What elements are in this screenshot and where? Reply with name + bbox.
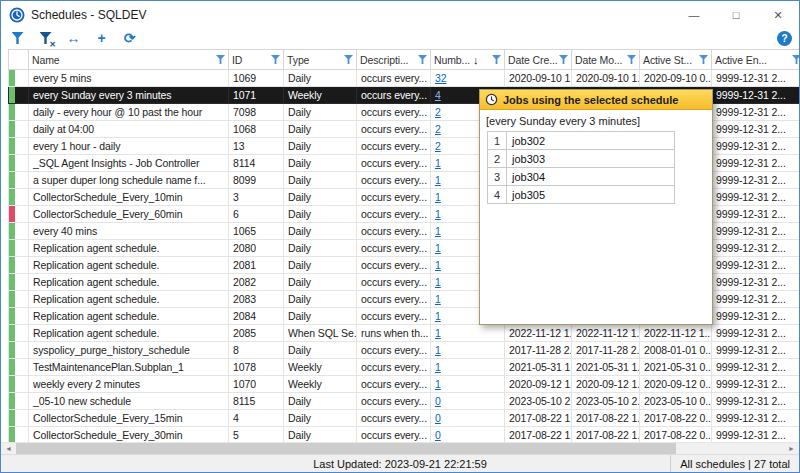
column-filter-icon[interactable] bbox=[344, 55, 353, 64]
row-status-indicator bbox=[9, 410, 29, 427]
schedule-row[interactable]: every 5 mins1069Dailyoccurs every...3220… bbox=[9, 70, 800, 87]
jobs-count-link[interactable]: 1 bbox=[435, 361, 441, 373]
app-clock-icon bbox=[9, 7, 25, 23]
jobs-count-link[interactable]: 1 bbox=[435, 293, 441, 305]
column-filter-icon[interactable] bbox=[492, 55, 501, 64]
jobs-count-link[interactable]: 1 bbox=[435, 378, 441, 390]
jobs-count-link[interactable]: 1 bbox=[435, 225, 441, 237]
schedule-name-cell: a super duper long schedule name f... bbox=[29, 172, 229, 189]
schedule-row[interactable]: CollectorSchedule_Every_30min5Dailyoccur… bbox=[9, 427, 800, 443]
jobs-popup-header: Jobs using the selected schedule bbox=[480, 90, 712, 110]
schedule-row[interactable]: CollectorSchedule_Every_15min4Dailyoccur… bbox=[9, 410, 800, 427]
active-start-cell: 2023-05-10 0... bbox=[640, 393, 712, 410]
column-filter-icon[interactable] bbox=[792, 55, 799, 64]
column-label: Date Mo... bbox=[575, 54, 622, 66]
schedule-name-cell: Replication agent schedule. bbox=[29, 240, 229, 257]
schedule-description-cell: occurs every... bbox=[357, 121, 431, 138]
status-bar-green bbox=[9, 257, 15, 273]
active-end-cell: 9999-12-31 2... bbox=[712, 274, 800, 291]
active-end-cell: 9999-12-31 2... bbox=[712, 87, 800, 104]
schedule-id-cell: 6 bbox=[229, 206, 284, 223]
schedule-id-cell: 1068 bbox=[229, 121, 284, 138]
jobs-count-link[interactable]: 1 bbox=[435, 344, 441, 356]
schedule-id-cell: 1065 bbox=[229, 223, 284, 240]
column-header-created[interactable]: Date Cre... bbox=[505, 50, 572, 70]
scroll-right-arrow-icon[interactable]: ► bbox=[784, 443, 799, 454]
schedule-row[interactable]: TestMaintenancePlan.Subplan_11078Weeklyo… bbox=[9, 359, 800, 376]
schedule-id-cell: 8099 bbox=[229, 172, 284, 189]
jobs-count-link[interactable]: 0 bbox=[435, 412, 441, 424]
active-start-cell: 2020-09-12 0... bbox=[640, 376, 712, 393]
row-status-indicator bbox=[9, 393, 29, 410]
column-filter-icon[interactable] bbox=[699, 55, 708, 64]
schedule-row[interactable]: weekly every 2 minutes1070Weeklyoccurs e… bbox=[9, 376, 800, 393]
jobs-count-link[interactable]: 0 bbox=[435, 429, 441, 441]
column-header-start[interactable]: Active St... bbox=[640, 50, 712, 70]
column-filter-icon[interactable] bbox=[559, 55, 568, 64]
jobs-count-link[interactable]: 2 bbox=[435, 123, 441, 135]
schedule-row[interactable]: syspolicy_purge_history_schedule8Dailyoc… bbox=[9, 342, 800, 359]
scrollbar-thumb[interactable] bbox=[16, 443, 676, 454]
column-header-jobs[interactable]: Numb...↓ bbox=[431, 50, 505, 70]
column-header-id[interactable]: ID bbox=[229, 50, 284, 70]
active-end-cell: 9999-12-31 2... bbox=[712, 342, 800, 359]
column-label: Active En... bbox=[715, 54, 767, 66]
jobs-count-link[interactable]: 1 bbox=[435, 276, 441, 288]
jobs-count-link[interactable]: 1 bbox=[435, 208, 441, 220]
add-schedule-icon[interactable]: + bbox=[93, 30, 110, 46]
jobs-count-link[interactable]: 0 bbox=[435, 395, 441, 407]
column-filter-icon[interactable] bbox=[271, 55, 280, 64]
active-end-cell: 9999-12-31 2... bbox=[712, 376, 800, 393]
jobs-count-link[interactable]: 1 bbox=[435, 157, 441, 169]
clear-filter-icon[interactable]: ✕ bbox=[37, 30, 54, 46]
date-modified-cell: 2021-05-31 1... bbox=[572, 359, 640, 376]
schedule-row[interactable]: _05-10 new schedule8115Dailyoccurs every… bbox=[9, 393, 800, 410]
column-filter-icon[interactable] bbox=[216, 55, 225, 64]
schedule-id-cell: 8115 bbox=[229, 393, 284, 410]
jobs-count-link[interactable]: 1 bbox=[435, 242, 441, 254]
status-bar-green bbox=[9, 274, 15, 290]
scrollbar-track[interactable] bbox=[16, 443, 784, 454]
active-end-cell: 9999-12-31 2... bbox=[712, 121, 800, 138]
column-header-name[interactable]: Name bbox=[29, 50, 229, 70]
schedule-name-cell: weekly every 2 minutes bbox=[29, 376, 229, 393]
status-bar-green bbox=[9, 223, 15, 239]
schedule-name-cell: TestMaintenancePlan.Subplan_1 bbox=[29, 359, 229, 376]
column-header-type[interactable]: Type bbox=[284, 50, 357, 70]
jobs-count-link[interactable]: 1 bbox=[435, 259, 441, 271]
column-filter-icon[interactable] bbox=[418, 55, 427, 64]
active-end-cell: 9999-12-31 2... bbox=[712, 257, 800, 274]
column-header-end[interactable]: Active En... bbox=[712, 50, 800, 70]
column-header-desc[interactable]: Descripti... bbox=[357, 50, 431, 70]
refresh-icon[interactable]: ⟳ bbox=[121, 30, 138, 46]
jobs-count-link[interactable]: 2 bbox=[435, 140, 441, 152]
grid-header-row: NameIDTypeDescripti...Numb...↓Date Cre..… bbox=[9, 50, 800, 70]
column-label: Descripti... bbox=[360, 54, 408, 66]
horizontal-scrollbar[interactable]: ◄ ► bbox=[1, 442, 799, 454]
close-button[interactable]: ✕ bbox=[757, 1, 799, 29]
column-filter-icon[interactable] bbox=[627, 55, 636, 64]
jobs-count-link[interactable]: 2 bbox=[435, 106, 441, 118]
filter-icon[interactable] bbox=[9, 30, 26, 46]
jobs-count-link[interactable]: 1 bbox=[435, 191, 441, 203]
maximize-button[interactable]: □ bbox=[715, 1, 757, 29]
active-end-cell: 9999-12-31 2... bbox=[712, 308, 800, 325]
jobs-count-link[interactable]: 1 bbox=[435, 310, 441, 322]
schedule-row[interactable]: Replication agent schedule.2085When SQL … bbox=[9, 325, 800, 342]
jobs-count-link[interactable]: 1 bbox=[435, 327, 441, 339]
fit-columns-icon[interactable]: ↔ bbox=[65, 30, 82, 46]
schedule-type-cell: When SQL Se... bbox=[284, 325, 357, 342]
minimize-button[interactable]: — bbox=[673, 1, 715, 29]
titlebar: Schedules - SQLDEV — □ ✕ bbox=[1, 1, 799, 29]
active-end-cell: 9999-12-31 2... bbox=[712, 189, 800, 206]
jobs-count-link[interactable]: 4 bbox=[435, 89, 441, 101]
help-icon[interactable]: ? bbox=[777, 31, 792, 46]
window-controls: — □ ✕ bbox=[673, 1, 799, 29]
jobs-count-link[interactable]: 1 bbox=[435, 174, 441, 186]
column-header-modified[interactable]: Date Mo... bbox=[572, 50, 640, 70]
schedule-description-cell: occurs every... bbox=[357, 189, 431, 206]
scroll-left-arrow-icon[interactable]: ◄ bbox=[1, 443, 16, 454]
jobs-count-link[interactable]: 32 bbox=[435, 72, 446, 84]
schedule-name-cell: CollectorSchedule_Every_10min bbox=[29, 189, 229, 206]
schedule-name-cell: every 40 mins bbox=[29, 223, 229, 240]
